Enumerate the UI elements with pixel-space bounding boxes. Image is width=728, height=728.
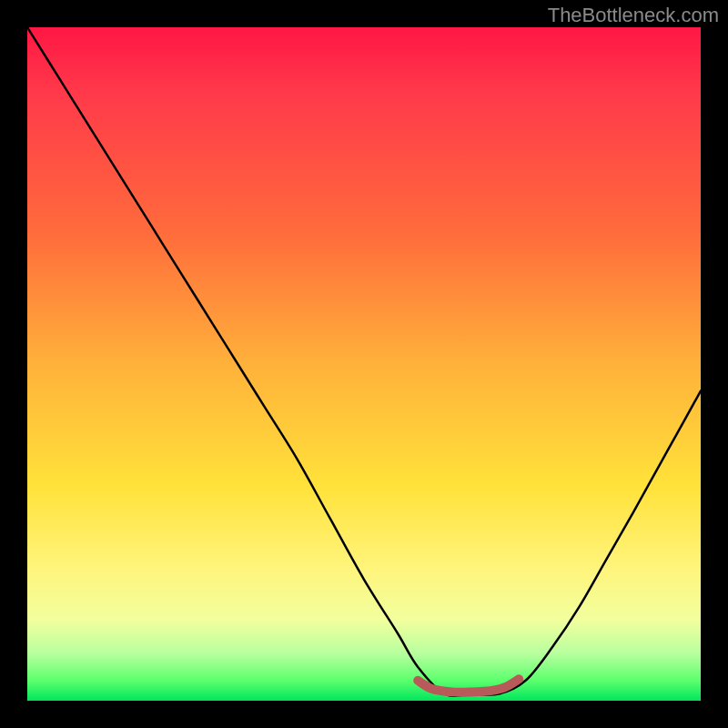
- flat-region-marker: [418, 679, 519, 692]
- chart-svg: [27, 27, 701, 701]
- watermark-text: TheBottleneck.com: [548, 4, 719, 27]
- chart-frame: TheBottleneck.com: [0, 0, 728, 728]
- bottleneck-curve: [27, 27, 701, 696]
- plot-area: [27, 27, 701, 701]
